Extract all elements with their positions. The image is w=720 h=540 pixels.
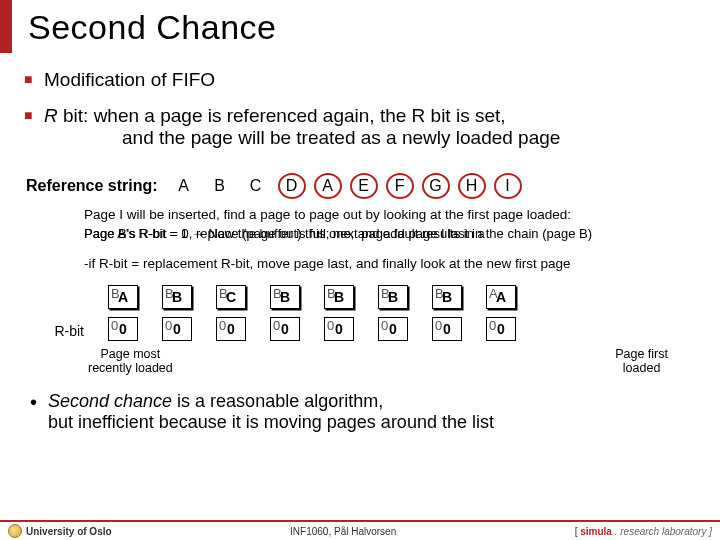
uio-text: University of Oslo bbox=[26, 526, 112, 537]
reference-cell: E bbox=[350, 173, 378, 199]
bullet-list: Modification of FIFO R bit: when a page … bbox=[0, 53, 720, 167]
frame-column: BB00 bbox=[270, 285, 300, 341]
reference-cell: H bbox=[458, 173, 486, 199]
frame-column: BB00 bbox=[324, 285, 354, 341]
note-overlay: Page B's R-bit = 0, replace (page out) t… bbox=[84, 226, 680, 256]
bullet-1: Modification of FIFO bbox=[24, 69, 720, 91]
frame-page-cell: BC bbox=[216, 285, 246, 309]
frame-column: BA00 bbox=[108, 285, 138, 341]
reference-cell: F bbox=[386, 173, 414, 199]
frame-page-cell: BB bbox=[270, 285, 300, 309]
note-overlay-2: Page A's R-bit = 1 → Now the buffer is f… bbox=[84, 226, 485, 242]
frame-captions: Page most recently loaded Page first loa… bbox=[0, 343, 720, 375]
reference-cell: D bbox=[278, 173, 306, 199]
frame-rbit-cell: 00 bbox=[162, 317, 192, 341]
final-bullet: Second chance is a reasonable algorithm,… bbox=[0, 375, 720, 433]
frame-page-cell: AA bbox=[486, 285, 516, 309]
footer-right-suffix: . research laboratory ] bbox=[612, 526, 712, 537]
simula-brand: simula bbox=[580, 526, 612, 537]
frame-rbit-cell: 00 bbox=[216, 317, 246, 341]
reference-cell: C bbox=[242, 173, 270, 199]
reference-cell: B bbox=[206, 173, 234, 199]
footer: University of Oslo INF1060, Pål Halvorse… bbox=[0, 520, 720, 540]
page-title: Second Chance bbox=[28, 8, 720, 47]
note-line3: -if R-bit = replacement R-bit, move page… bbox=[84, 256, 680, 273]
reference-cell: A bbox=[314, 173, 342, 199]
reference-cell: G bbox=[422, 173, 450, 199]
frame-row: R-bit BA00BB00BC00BB00BB00BB00BB00AA00 bbox=[0, 275, 720, 343]
bullet-2: R bit: when a page is referenced again, … bbox=[24, 105, 720, 149]
reference-cell: A bbox=[170, 173, 198, 199]
footer-left: University of Oslo bbox=[8, 524, 112, 538]
frame-rbit-cell: 00 bbox=[432, 317, 462, 341]
note-block: Page I will be inserted, find a page to … bbox=[0, 203, 720, 275]
note-line1: Page I will be inserted, find a page to … bbox=[84, 207, 680, 224]
caption-right: Page first loaded bbox=[615, 347, 668, 375]
reference-label: Reference string: bbox=[26, 177, 158, 195]
bullet-2-text: bit: when a page is referenced again, th… bbox=[58, 105, 506, 126]
uio-seal-icon bbox=[8, 524, 22, 538]
rbit-label: R-bit bbox=[40, 323, 84, 341]
bullet-2-line2: and the page will be treated as a newly … bbox=[122, 127, 720, 149]
frame-column: AA00 bbox=[486, 285, 516, 341]
frame-column: BC00 bbox=[216, 285, 246, 341]
frame-column: BB00 bbox=[378, 285, 408, 341]
frame-page-cell: BB bbox=[432, 285, 462, 309]
caption-left: Page most recently loaded bbox=[88, 347, 173, 375]
final-emph: Second chance bbox=[48, 391, 172, 411]
frame-rbit-cell: 00 bbox=[108, 317, 138, 341]
reference-cell: I bbox=[494, 173, 522, 199]
reference-row: Reference string: ABCDAEFGHI bbox=[0, 167, 720, 203]
frame-page-cell: BB bbox=[378, 285, 408, 309]
footer-right: [ simula . research laboratory ] bbox=[575, 526, 712, 537]
frame-rbit-cell: 00 bbox=[486, 317, 516, 341]
frame-rbit-cell: 00 bbox=[324, 317, 354, 341]
frame-column: BB00 bbox=[162, 285, 192, 341]
frame-page-cell: BB bbox=[162, 285, 192, 309]
frame-page-cell: BA bbox=[108, 285, 138, 309]
r-bit-emph: R bbox=[44, 105, 58, 126]
frame-column: BB00 bbox=[432, 285, 462, 341]
footer-center: INF1060, Pål Halvorsen bbox=[290, 526, 396, 537]
frame-rbit-cell: 00 bbox=[270, 317, 300, 341]
frame-page-cell: BB bbox=[324, 285, 354, 309]
final-rest1: is a reasonable algorithm, bbox=[172, 391, 383, 411]
frame-rbit-cell: 00 bbox=[378, 317, 408, 341]
final-line2: but inefficient because it is moving pag… bbox=[48, 412, 494, 432]
